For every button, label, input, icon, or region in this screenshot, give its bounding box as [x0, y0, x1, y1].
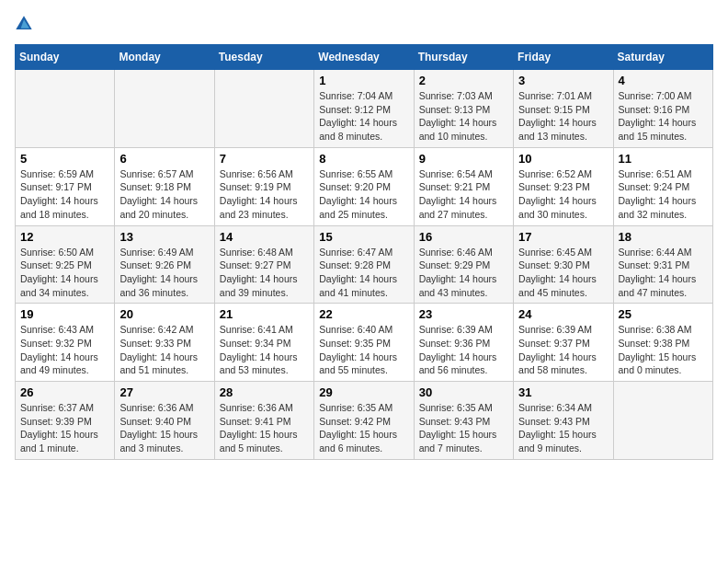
day-number: 4 — [619, 74, 708, 87]
day-header-friday: Friday — [514, 45, 613, 70]
calendar-cell — [613, 382, 712, 460]
calendar-table: SundayMondayTuesdayWednesdayThursdayFrid… — [15, 44, 713, 460]
calendar-cell: 16Sunrise: 6:46 AMSunset: 9:29 PMDayligh… — [414, 225, 513, 304]
day-number: 3 — [518, 74, 608, 87]
calendar-cell: 24Sunrise: 6:39 AMSunset: 9:37 PMDayligh… — [514, 304, 613, 382]
calendar-cell: 12Sunrise: 6:50 AMSunset: 9:25 PMDayligh… — [16, 225, 115, 304]
day-number: 21 — [220, 307, 309, 321]
week-row-2: 5Sunrise: 6:59 AMSunset: 9:17 PMDaylight… — [16, 147, 713, 225]
calendar-cell: 18Sunrise: 6:44 AMSunset: 9:31 PMDayligh… — [613, 225, 712, 304]
day-info: Sunrise: 6:55 AMSunset: 9:20 PMDaylight:… — [319, 167, 408, 222]
day-number: 24 — [518, 307, 608, 321]
day-info: Sunrise: 6:35 AMSunset: 9:42 PMDaylight:… — [319, 401, 408, 455]
day-number: 11 — [619, 152, 708, 166]
calendar-cell: 5Sunrise: 6:59 AMSunset: 9:17 PMDaylight… — [16, 147, 115, 225]
calendar-cell: 6Sunrise: 6:57 AMSunset: 9:18 PMDaylight… — [115, 147, 214, 225]
day-number: 1 — [319, 74, 408, 87]
day-number: 29 — [319, 385, 408, 399]
calendar-cell: 3Sunrise: 7:01 AMSunset: 9:15 PMDaylight… — [514, 70, 613, 148]
calendar-cell: 9Sunrise: 6:54 AMSunset: 9:21 PMDaylight… — [414, 147, 513, 225]
day-info: Sunrise: 6:36 AMSunset: 9:40 PMDaylight:… — [119, 401, 209, 455]
logo — [15, 15, 37, 33]
day-number: 19 — [20, 307, 109, 321]
day-number: 20 — [119, 307, 209, 321]
day-info: Sunrise: 7:03 AMSunset: 9:13 PMDaylight:… — [419, 89, 508, 144]
header-row: SundayMondayTuesdayWednesdayThursdayFrid… — [16, 45, 713, 70]
day-info: Sunrise: 6:52 AMSunset: 9:23 PMDaylight:… — [518, 167, 608, 222]
calendar-cell: 4Sunrise: 7:00 AMSunset: 9:16 PMDaylight… — [613, 70, 712, 148]
day-info: Sunrise: 6:56 AMSunset: 9:19 PMDaylight:… — [220, 167, 309, 222]
day-info: Sunrise: 6:38 AMSunset: 9:38 PMDaylight:… — [619, 323, 708, 377]
day-info: Sunrise: 6:47 AMSunset: 9:28 PMDaylight:… — [319, 246, 408, 300]
day-header-thursday: Thursday — [414, 45, 513, 70]
week-row-5: 26Sunrise: 6:37 AMSunset: 9:39 PMDayligh… — [16, 382, 713, 460]
day-info: Sunrise: 6:41 AMSunset: 9:34 PMDaylight:… — [220, 323, 309, 377]
day-info: Sunrise: 6:36 AMSunset: 9:41 PMDaylight:… — [220, 401, 309, 455]
day-number: 16 — [419, 230, 508, 244]
calendar-cell: 1Sunrise: 7:04 AMSunset: 9:12 PMDaylight… — [314, 70, 414, 148]
calendar-cell: 7Sunrise: 6:56 AMSunset: 9:19 PMDaylight… — [214, 147, 313, 225]
day-number: 10 — [518, 152, 608, 166]
day-info: Sunrise: 6:46 AMSunset: 9:29 PMDaylight:… — [419, 246, 508, 300]
day-number: 15 — [319, 230, 408, 244]
day-number: 26 — [20, 385, 109, 399]
day-header-tuesday: Tuesday — [214, 45, 313, 70]
day-number: 30 — [419, 385, 508, 399]
day-info: Sunrise: 6:57 AMSunset: 9:18 PMDaylight:… — [119, 167, 209, 222]
calendar-cell — [115, 70, 214, 148]
calendar-cell: 10Sunrise: 6:52 AMSunset: 9:23 PMDayligh… — [514, 147, 613, 225]
calendar-cell: 17Sunrise: 6:45 AMSunset: 9:30 PMDayligh… — [514, 225, 613, 304]
day-info: Sunrise: 6:42 AMSunset: 9:33 PMDaylight:… — [119, 323, 209, 377]
day-info: Sunrise: 6:59 AMSunset: 9:17 PMDaylight:… — [20, 167, 109, 222]
day-number: 13 — [119, 230, 209, 244]
day-info: Sunrise: 6:45 AMSunset: 9:30 PMDaylight:… — [518, 246, 608, 300]
calendar-cell: 20Sunrise: 6:42 AMSunset: 9:33 PMDayligh… — [115, 304, 214, 382]
day-info: Sunrise: 6:51 AMSunset: 9:24 PMDaylight:… — [619, 167, 708, 222]
calendar-cell: 25Sunrise: 6:38 AMSunset: 9:38 PMDayligh… — [613, 304, 712, 382]
calendar-cell: 2Sunrise: 7:03 AMSunset: 9:13 PMDaylight… — [414, 70, 513, 148]
day-number: 22 — [319, 307, 408, 321]
day-number: 2 — [419, 74, 508, 87]
day-number: 14 — [220, 230, 309, 244]
day-number: 25 — [619, 307, 708, 321]
calendar-cell: 21Sunrise: 6:41 AMSunset: 9:34 PMDayligh… — [214, 304, 313, 382]
day-info: Sunrise: 6:48 AMSunset: 9:27 PMDaylight:… — [220, 246, 309, 300]
day-number: 12 — [20, 230, 109, 244]
calendar-cell: 31Sunrise: 6:34 AMSunset: 9:43 PMDayligh… — [514, 382, 613, 460]
day-info: Sunrise: 6:39 AMSunset: 9:36 PMDaylight:… — [419, 323, 508, 377]
day-info: Sunrise: 6:37 AMSunset: 9:39 PMDaylight:… — [20, 401, 109, 455]
day-header-monday: Monday — [115, 45, 214, 70]
calendar-cell: 28Sunrise: 6:36 AMSunset: 9:41 PMDayligh… — [214, 382, 313, 460]
day-info: Sunrise: 6:54 AMSunset: 9:21 PMDaylight:… — [419, 167, 508, 222]
day-info: Sunrise: 6:34 AMSunset: 9:43 PMDaylight:… — [518, 401, 608, 455]
day-number: 5 — [20, 152, 109, 166]
logo-icon — [15, 15, 33, 33]
week-row-1: 1Sunrise: 7:04 AMSunset: 9:12 PMDaylight… — [16, 70, 713, 148]
day-number: 28 — [220, 385, 309, 399]
calendar-cell: 11Sunrise: 6:51 AMSunset: 9:24 PMDayligh… — [613, 147, 712, 225]
day-number: 6 — [119, 152, 209, 166]
day-info: Sunrise: 6:39 AMSunset: 9:37 PMDaylight:… — [518, 323, 608, 377]
calendar-cell: 19Sunrise: 6:43 AMSunset: 9:32 PMDayligh… — [16, 304, 115, 382]
day-info: Sunrise: 6:40 AMSunset: 9:35 PMDaylight:… — [319, 323, 408, 377]
calendar-cell: 15Sunrise: 6:47 AMSunset: 9:28 PMDayligh… — [314, 225, 414, 304]
calendar-cell: 14Sunrise: 6:48 AMSunset: 9:27 PMDayligh… — [214, 225, 313, 304]
day-info: Sunrise: 6:43 AMSunset: 9:32 PMDaylight:… — [20, 323, 109, 377]
day-info: Sunrise: 6:44 AMSunset: 9:31 PMDaylight:… — [619, 246, 708, 300]
calendar-cell: 13Sunrise: 6:49 AMSunset: 9:26 PMDayligh… — [115, 225, 214, 304]
day-info: Sunrise: 7:04 AMSunset: 9:12 PMDaylight:… — [319, 89, 408, 144]
week-row-4: 19Sunrise: 6:43 AMSunset: 9:32 PMDayligh… — [16, 304, 713, 382]
day-number: 18 — [619, 230, 708, 244]
day-header-sunday: Sunday — [16, 45, 115, 70]
calendar-cell: 27Sunrise: 6:36 AMSunset: 9:40 PMDayligh… — [115, 382, 214, 460]
day-info: Sunrise: 6:50 AMSunset: 9:25 PMDaylight:… — [20, 246, 109, 300]
day-number: 9 — [419, 152, 508, 166]
calendar-cell: 23Sunrise: 6:39 AMSunset: 9:36 PMDayligh… — [414, 304, 513, 382]
calendar-cell: 29Sunrise: 6:35 AMSunset: 9:42 PMDayligh… — [314, 382, 414, 460]
page-header — [15, 15, 713, 33]
calendar-header: SundayMondayTuesdayWednesdayThursdayFrid… — [16, 45, 713, 70]
day-number: 7 — [220, 152, 309, 166]
calendar-cell: 30Sunrise: 6:35 AMSunset: 9:43 PMDayligh… — [414, 382, 513, 460]
day-header-saturday: Saturday — [613, 45, 712, 70]
day-number: 17 — [518, 230, 608, 244]
